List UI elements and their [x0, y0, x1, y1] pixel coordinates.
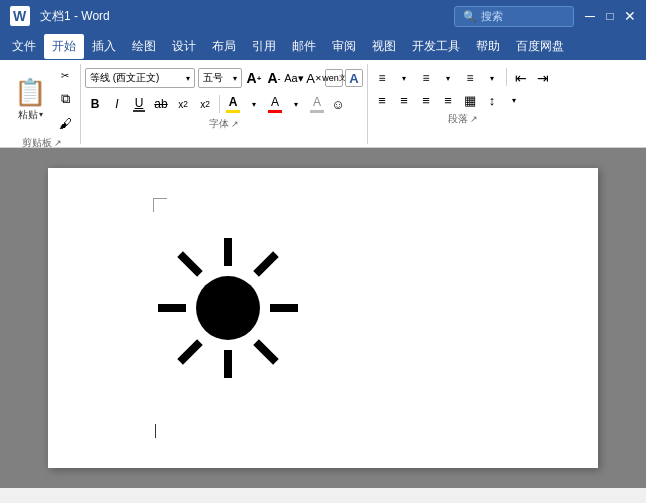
svg-rect-4 — [158, 304, 186, 312]
ribbon: 📋 粘贴▾ ✂ ⧉ 🖌 剪贴板 ↗ 等线 (西文正文) ▾ — [0, 60, 646, 148]
svg-rect-6 — [177, 251, 202, 276]
align-justify-button[interactable]: ≡ — [438, 90, 458, 110]
highlight-dropdown[interactable]: ▾ — [286, 94, 306, 114]
paragraph-group: ≡ ▾ ≡ ▾ ≡ ▾ ⇤ ⇥ ≡ ≡ ≡ ≡ ▦ ↕ ▾ 段落 — [368, 64, 557, 144]
strikethrough-button[interactable]: ab — [151, 94, 171, 114]
menu-item-baidu[interactable]: 百度网盘 — [508, 34, 572, 59]
font-name-selector[interactable]: 等线 (西文正文) ▾ — [85, 68, 195, 88]
font-group-content: 等线 (西文正文) ▾ 五号 ▾ A+ A- Aa▾ A✕ wen文 A — [85, 64, 363, 115]
font-row-1: 等线 (西文正文) ▾ 五号 ▾ A+ A- Aa▾ A✕ wen文 A — [85, 68, 363, 88]
menu-item-mailings[interactable]: 邮件 — [284, 34, 324, 59]
sun-symbol — [148, 228, 308, 391]
maximize-button[interactable]: □ — [602, 8, 618, 24]
highlight-color-button[interactable]: A — [266, 93, 284, 115]
grow-font-button[interactable]: A+ — [245, 69, 263, 87]
svg-rect-2 — [224, 238, 232, 266]
cut-button[interactable]: ✂ — [54, 64, 76, 86]
bullets-dropdown[interactable]: ▾ — [394, 68, 414, 88]
increase-indent-button[interactable]: ⇥ — [533, 68, 553, 88]
para-row-1: ≡ ▾ ≡ ▾ ≡ ▾ ⇤ ⇥ — [372, 68, 553, 88]
copy-button[interactable]: ⧉ — [54, 88, 76, 110]
line-spacing-dropdown[interactable]: ▾ — [504, 90, 524, 110]
change-case-button[interactable]: Aa▾ — [285, 69, 303, 87]
shading-button[interactable]: A — [308, 93, 326, 115]
clear-format-button[interactable]: A✕ — [305, 69, 323, 87]
menu-item-design[interactable]: 设计 — [164, 34, 204, 59]
font-row-2: B I U ab x2 x2 A ▾ A ▾ — [85, 93, 363, 115]
close-button[interactable]: ✕ — [622, 8, 638, 24]
multilevel-dropdown[interactable]: ▾ — [482, 68, 502, 88]
highlight-icon: A — [271, 95, 279, 109]
italic-button[interactable]: I — [107, 94, 127, 114]
svg-rect-5 — [270, 304, 298, 312]
svg-text:W: W — [13, 8, 27, 24]
superscript-button[interactable]: x2 — [195, 94, 215, 114]
sun-svg — [148, 228, 308, 388]
menu-item-home[interactable]: 开始 — [44, 34, 84, 59]
menu-item-insert[interactable]: 插入 — [84, 34, 124, 59]
menu-item-file[interactable]: 文件 — [4, 34, 44, 59]
svg-rect-8 — [177, 339, 202, 364]
title-bar: W 文档1 - Word 🔍 搜索 ─ □ ✕ — [0, 0, 646, 32]
document-page[interactable] — [48, 168, 598, 468]
shading-indicator — [310, 110, 324, 113]
window-title: 文档1 - Word — [40, 8, 454, 25]
svg-rect-7 — [253, 251, 278, 276]
font-size-value: 五号 — [203, 71, 223, 85]
font-expand-icon[interactable]: ↗ — [231, 119, 239, 129]
align-left-button[interactable]: ≡ — [372, 90, 392, 110]
paste-label: 粘贴▾ — [18, 108, 43, 122]
bold-button[interactable]: B — [85, 94, 105, 114]
menu-item-layout[interactable]: 布局 — [204, 34, 244, 59]
align-right-button[interactable]: ≡ — [416, 90, 436, 110]
para-expand-icon[interactable]: ↗ — [470, 114, 478, 124]
web-font-button[interactable]: wen文 — [325, 69, 343, 87]
decrease-indent-button[interactable]: ⇤ — [511, 68, 531, 88]
font-name-value: 等线 (西文正文) — [90, 71, 159, 85]
clipboard-small-btns: ✂ ⧉ 🖌 — [54, 64, 76, 134]
subscript-button[interactable]: x2 — [173, 94, 193, 114]
menu-item-help[interactable]: 帮助 — [468, 34, 508, 59]
menu-bar: 文件 开始 插入 绘图 设计 布局 引用 邮件 审阅 视图 开发工具 帮助 百度… — [0, 32, 646, 60]
text-cursor — [155, 424, 156, 438]
para-row-2: ≡ ≡ ≡ ≡ ▦ ↕ ▾ — [372, 90, 553, 110]
font-size-selector[interactable]: 五号 ▾ — [198, 68, 242, 88]
text-effects-button[interactable]: A — [345, 69, 363, 87]
font-color-dropdown[interactable]: ▾ — [244, 94, 264, 114]
bullets-button[interactable]: ≡ — [372, 68, 392, 88]
menu-item-draw[interactable]: 绘图 — [124, 34, 164, 59]
shrink-font-button[interactable]: A- — [265, 69, 283, 87]
column-layout-button[interactable]: ▦ — [460, 90, 480, 110]
clipboard-expand-icon[interactable]: ↗ — [54, 138, 62, 148]
menu-item-developer[interactable]: 开发工具 — [404, 34, 468, 59]
font-color-indicator — [226, 110, 240, 113]
font-size-chevron: ▾ — [233, 74, 237, 83]
paragraph-group-label: 段落 ↗ — [372, 110, 553, 128]
multilevel-button[interactable]: ≡ — [460, 68, 480, 88]
font-group: 等线 (西文正文) ▾ 五号 ▾ A+ A- Aa▾ A✕ wen文 A — [81, 64, 368, 144]
format-painter-button[interactable]: 🖌 — [54, 112, 76, 134]
numbering-button[interactable]: ≡ — [416, 68, 436, 88]
search-box[interactable]: 🔍 搜索 — [454, 6, 574, 27]
underline-button[interactable]: U — [129, 94, 149, 114]
minimize-button[interactable]: ─ — [582, 8, 598, 24]
font-color-icon: A — [229, 95, 238, 109]
font-action-btns: A+ A- Aa▾ A✕ wen文 A — [245, 69, 363, 87]
emoji-button[interactable]: ☺ — [328, 94, 348, 114]
numbering-dropdown[interactable]: ▾ — [438, 68, 458, 88]
paste-button[interactable]: 📋 粘贴▾ — [8, 73, 52, 125]
paste-icon: 📋 — [14, 77, 46, 108]
menu-item-view[interactable]: 视图 — [364, 34, 404, 59]
document-area — [0, 148, 646, 488]
divider-1 — [219, 95, 220, 113]
menu-item-references[interactable]: 引用 — [244, 34, 284, 59]
page-corner-marker — [153, 198, 167, 212]
word-logo-icon: W — [8, 4, 32, 28]
font-color-button[interactable]: A — [224, 93, 242, 115]
line-spacing-button[interactable]: ↕ — [482, 90, 502, 110]
svg-point-10 — [196, 276, 260, 340]
clipboard-label: 剪贴板 ↗ — [8, 134, 76, 152]
search-placeholder: 搜索 — [481, 9, 503, 24]
menu-item-review[interactable]: 审阅 — [324, 34, 364, 59]
align-center-button[interactable]: ≡ — [394, 90, 414, 110]
